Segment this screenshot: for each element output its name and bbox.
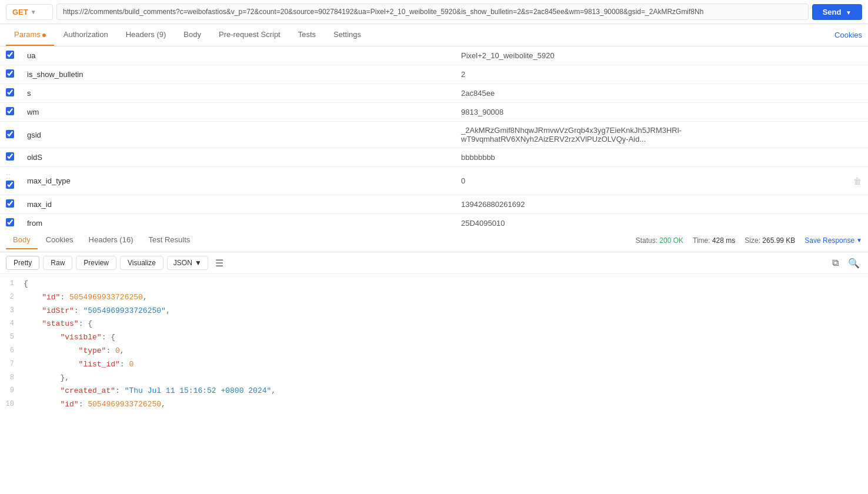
json-line: 5 "visible": { <box>0 331 868 345</box>
line-number: 4 <box>0 318 24 329</box>
param-value: _2AkMRzGmif8NhqwJRmvwVzGrqb4x3yg7EieKnkJ… <box>455 122 847 148</box>
param-key: s <box>21 84 455 103</box>
save-response-chevron-icon: ▼ <box>856 237 862 243</box>
copy-button[interactable]: ⧉ <box>830 256 841 269</box>
status-label: Status: 200 OK <box>636 236 683 245</box>
param-key: oldS <box>21 148 455 167</box>
save-response-button[interactable]: Save Response ▼ <box>804 236 862 245</box>
line-content: "list_id": 0 <box>24 359 133 371</box>
tab-params[interactable]: Params <box>6 24 54 46</box>
param-checkbox[interactable] <box>6 88 14 96</box>
param-checkbox[interactable] <box>6 107 14 115</box>
drag-handle-cell <box>0 195 21 214</box>
json-line: 3 "idStr": "5054969933726250", <box>0 305 868 318</box>
drag-handle-cell <box>0 84 21 103</box>
tab-headers[interactable]: Headers (9) <box>118 24 175 46</box>
params-dot <box>42 34 46 37</box>
param-key: is_show_bulletin <box>21 65 455 84</box>
wrap-icon[interactable]: ☰ <box>212 256 227 270</box>
line-content: "type": 0, <box>24 345 125 358</box>
url-bar: GET ▼ https://​​​​​​​​​​​​2/comments/bui… <box>0 0 868 24</box>
table-row: is_show_bulletin 2 <box>0 65 868 84</box>
table-row: from 25D4095010 <box>0 214 868 229</box>
line-content: "visible": { <box>24 332 115 344</box>
response-tab-test-results[interactable]: Test Results <box>141 231 197 249</box>
param-checkbox[interactable] <box>6 199 14 208</box>
preview-button[interactable]: Preview <box>76 256 116 270</box>
size-label: Size: 265.99 KB <box>745 236 795 245</box>
drag-handle-cell <box>0 214 21 229</box>
json-area[interactable]: 1{2 "id": 5054969933726250,3 "idStr": "5… <box>0 274 868 411</box>
line-number: 2 <box>0 292 24 303</box>
raw-button[interactable]: Raw <box>43 256 72 270</box>
param-delete-cell <box>847 46 868 65</box>
param-value: 9813_90008 <box>455 103 847 122</box>
param-checkbox[interactable] <box>6 130 14 138</box>
method-chevron-icon: ▼ <box>31 9 36 15</box>
params-table: ua Pixel+2_10_weibolite_5920 is_show_bul… <box>0 46 868 229</box>
param-value: 2 <box>455 65 847 84</box>
response-tab-bar: Body Cookies Headers (16) Test Results S… <box>0 229 868 252</box>
param-checkbox[interactable] <box>6 51 14 59</box>
drag-handle-icon[interactable]: :: <box>6 171 11 181</box>
pretty-button[interactable]: Pretty <box>6 256 39 270</box>
json-line: 10 "id": 5054969933726250, <box>0 398 868 411</box>
param-delete-cell <box>847 195 868 214</box>
param-checkbox[interactable] <box>6 69 14 78</box>
response-tab-cookies[interactable]: Cookies <box>39 231 81 249</box>
line-number: 10 <box>0 399 24 410</box>
param-value: 139426880261692 <box>455 195 847 214</box>
response-tab-headers[interactable]: Headers (16) <box>82 231 141 249</box>
json-line: 8 }, <box>0 372 868 385</box>
param-key: max_id <box>21 195 455 214</box>
tab-tests[interactable]: Tests <box>290 24 324 46</box>
param-value: 2ac845ee <box>455 84 847 103</box>
param-key: from <box>21 214 455 229</box>
line-number: 8 <box>0 372 24 383</box>
method-label: GET <box>12 8 28 16</box>
line-content: "created_at": "Thu Jul 11 15:16:52 +0800… <box>24 385 276 398</box>
table-row: max_id 139426880261692 <box>0 195 868 214</box>
table-row: wm 9813_90008 <box>0 103 868 122</box>
visualize-button[interactable]: Visualize <box>120 256 163 270</box>
tab-authorization[interactable]: Authorization <box>55 24 116 46</box>
json-line: 1{ <box>0 278 868 291</box>
drag-handle-cell: :: <box>0 167 21 195</box>
drag-handle-cell <box>0 46 21 65</box>
param-value: 25D4095010 <box>455 214 847 229</box>
table-row: :: max_id_type 0 🗑 <box>0 167 868 195</box>
param-key: wm <box>21 103 455 122</box>
line-number: 5 <box>0 332 24 343</box>
param-delete-cell <box>847 122 868 148</box>
send-button[interactable]: Send ▼ <box>812 4 862 20</box>
param-delete-cell <box>847 214 868 229</box>
tab-pre-request[interactable]: Pre-request Script <box>211 24 289 46</box>
format-select[interactable]: JSON ▼ <box>167 256 208 270</box>
json-line: 9 "created_at": "Thu Jul 11 15:16:52 +08… <box>0 385 868 398</box>
cookies-link[interactable]: Cookies <box>834 25 862 45</box>
line-content: "id": 5054969933726250, <box>24 292 148 304</box>
param-checkbox[interactable] <box>6 181 14 189</box>
format-label: JSON <box>173 259 192 267</box>
params-table-container: ua Pixel+2_10_weibolite_5920 is_show_bul… <box>0 46 868 229</box>
drag-handle-cell <box>0 148 21 167</box>
tab-settings[interactable]: Settings <box>325 24 369 46</box>
param-delete-cell <box>847 65 868 84</box>
search-button[interactable]: 🔍 <box>846 256 862 270</box>
param-delete-cell <box>847 148 868 167</box>
line-number: 9 <box>0 385 24 396</box>
delete-icon[interactable]: 🗑 <box>853 176 862 186</box>
param-checkbox[interactable] <box>6 218 14 226</box>
param-checkbox[interactable] <box>6 152 14 161</box>
param-key: max_id_type <box>21 167 455 195</box>
tab-body[interactable]: Body <box>175 24 209 46</box>
json-line: 7 "list_id": 0 <box>0 358 868 372</box>
status-value: 200 OK <box>659 236 683 245</box>
line-content: "status": { <box>24 318 92 331</box>
param-delete-cell: 🗑 <box>847 167 868 195</box>
response-tab-body[interactable]: Body <box>6 231 38 249</box>
url-input[interactable]: https://​​​​​​​​​​​​2/comments/build_com… <box>56 4 809 20</box>
format-chevron-icon: ▼ <box>195 259 202 267</box>
table-row: s 2ac845ee <box>0 84 868 103</box>
method-select[interactable]: GET ▼ <box>6 4 53 20</box>
